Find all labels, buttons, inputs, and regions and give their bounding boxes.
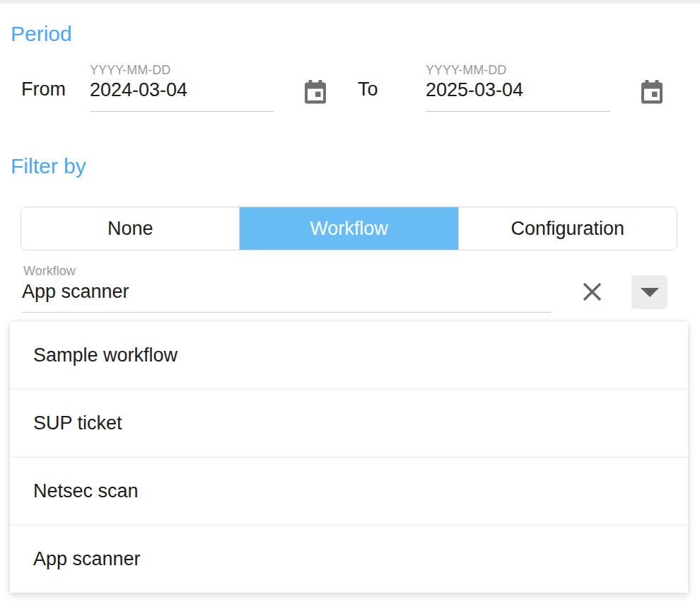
to-date-underline <box>426 111 610 112</box>
from-date-underline <box>90 111 274 112</box>
workflow-dropdown-panel: Sample workflow SUP ticket Netsec scan A… <box>10 322 688 593</box>
to-date-placeholder: YYYY-MM-DD <box>426 64 506 76</box>
workflow-input[interactable]: App scanner <box>22 282 129 301</box>
caret-down-icon <box>641 288 659 297</box>
filter-tab-group: None Workflow Configuration <box>21 207 677 250</box>
workflow-field-label: Workflow <box>23 265 76 277</box>
workflow-dropdown-toggle-button[interactable] <box>631 275 667 309</box>
tab-workflow[interactable]: Workflow <box>239 207 457 250</box>
top-divider <box>0 0 700 4</box>
dropdown-option-sup-ticket[interactable]: SUP ticket <box>10 389 688 457</box>
from-date-input[interactable]: 2024-03-04 <box>90 81 187 100</box>
from-calendar-button[interactable] <box>303 79 327 105</box>
tab-none[interactable]: None <box>21 207 239 250</box>
clear-workflow-button[interactable] <box>579 279 605 305</box>
to-calendar-button[interactable] <box>640 79 664 105</box>
from-label: From <box>21 80 66 99</box>
dropdown-option-sample-workflow[interactable]: Sample workflow <box>10 322 688 389</box>
dropdown-option-app-scanner[interactable]: App scanner <box>10 525 688 593</box>
to-label: To <box>358 80 378 99</box>
calendar-icon <box>641 80 663 104</box>
period-section-title: Period <box>11 23 72 45</box>
dropdown-option-netsec-scan[interactable]: Netsec scan <box>10 457 688 525</box>
to-date-input[interactable]: 2025-03-04 <box>426 81 523 100</box>
filter-form-screen: Period From YYYY-MM-DD 2024-03-04 To YYY… <box>0 0 700 614</box>
x-clear-icon <box>581 281 603 303</box>
from-date-placeholder: YYYY-MM-DD <box>90 64 170 76</box>
workflow-underline <box>22 312 551 313</box>
tab-configuration[interactable]: Configuration <box>458 207 677 250</box>
filter-section-title: Filter by <box>11 156 86 177</box>
calendar-icon <box>304 80 327 104</box>
